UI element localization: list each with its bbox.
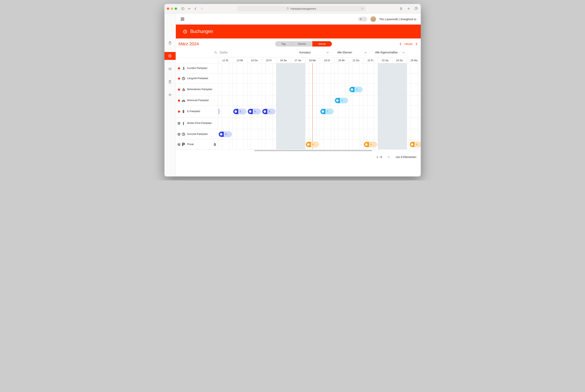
grid-cell[interactable] — [262, 139, 276, 150]
grid-cell[interactable] — [276, 139, 291, 150]
grid-cell[interactable] — [305, 129, 320, 139]
grid-cell[interactable] — [393, 139, 407, 150]
search-field[interactable] — [219, 51, 291, 54]
view-week[interactable]: Woche — [292, 41, 312, 46]
grid-cell[interactable] — [349, 118, 363, 129]
favorite-star-icon[interactable] — [177, 99, 180, 102]
grid-cell[interactable] — [218, 118, 233, 129]
today-button[interactable]: Heute — [405, 42, 412, 46]
grid-cell[interactable] — [407, 74, 421, 84]
grid-cell[interactable] — [393, 106, 407, 118]
grid-cell[interactable] — [276, 74, 291, 84]
grid-cell[interactable] — [393, 96, 407, 106]
grid-cell[interactable] — [378, 106, 393, 118]
grid-cell[interactable] — [320, 118, 334, 129]
booking-pill[interactable] — [218, 109, 220, 114]
grid-cell[interactable] — [407, 106, 421, 118]
grid-cell[interactable] — [262, 74, 276, 84]
grid-cell[interactable] — [363, 84, 378, 96]
grid-cell[interactable] — [291, 118, 305, 129]
booking-pill[interactable]: 09:… — [248, 109, 261, 114]
booking-pill[interactable]: 09:… — [233, 109, 246, 114]
grid-cell[interactable] — [407, 63, 421, 74]
maximize-window-button[interactable] — [175, 8, 177, 10]
grid-cell[interactable] — [262, 118, 276, 129]
grid-cell[interactable] — [233, 139, 247, 150]
grid-cell[interactable] — [262, 84, 276, 96]
grid-cell[interactable] — [378, 74, 393, 84]
grid-cell[interactable] — [363, 96, 378, 106]
location-select[interactable]: Konstanz — [297, 49, 331, 56]
grid-cell[interactable] — [233, 63, 247, 74]
view-day[interactable]: Tag — [275, 41, 292, 46]
grid-cell[interactable] — [349, 74, 363, 84]
grid-cell[interactable] — [276, 118, 291, 129]
grid-cell[interactable]: 09:… — [363, 139, 378, 150]
grid-cell[interactable]: 09:… — [247, 106, 262, 118]
grid-cell[interactable] — [247, 139, 262, 150]
nav-forward-button[interactable] — [199, 6, 204, 11]
grid-cell[interactable] — [247, 84, 262, 96]
grid-cell[interactable] — [393, 118, 407, 129]
grid-cell[interactable] — [262, 96, 276, 106]
grid-cell[interactable] — [218, 96, 233, 106]
grid-cell[interactable] — [393, 63, 407, 74]
grid-cell[interactable] — [291, 84, 305, 96]
booking-pill[interactable]: 09:… — [364, 142, 377, 147]
booking-pill[interactable]: 09:… — [262, 109, 275, 114]
grid-cell[interactable] — [320, 96, 334, 106]
grid-cell[interactable] — [291, 129, 305, 139]
favorite-star-icon[interactable] — [177, 110, 180, 113]
grid-cell[interactable] — [247, 118, 262, 129]
grid-cell[interactable] — [378, 63, 393, 74]
grid-cell[interactable] — [334, 84, 349, 96]
grid-cell[interactable] — [334, 129, 349, 139]
booking-pill[interactable]: 09:… — [219, 132, 232, 137]
grid-cell[interactable] — [276, 96, 291, 106]
prev-period-button[interactable] — [399, 42, 402, 46]
grid-cell[interactable] — [378, 84, 393, 96]
grid-cell[interactable]: 09:… — [334, 96, 349, 106]
favorite-star-icon[interactable] — [177, 88, 180, 91]
close-window-button[interactable] — [167, 8, 169, 10]
booking-pill[interactable]: 09:… — [349, 87, 362, 92]
grid-cell[interactable] — [305, 106, 320, 118]
grid-cell[interactable] — [407, 129, 421, 139]
grid-cell[interactable]: 09:… — [349, 84, 363, 96]
favorite-star-icon[interactable] — [177, 67, 180, 70]
grid-cell[interactable] — [363, 63, 378, 74]
grid-cell[interactable] — [276, 106, 291, 118]
level-select[interactable]: Alle Ebenen — [335, 49, 369, 56]
grid-cell[interactable] — [276, 129, 291, 139]
grid-cell[interactable] — [247, 129, 262, 139]
grid-cell[interactable] — [291, 106, 305, 118]
grid-cell[interactable] — [218, 84, 233, 96]
pager-dropdown-icon[interactable] — [387, 156, 390, 158]
grid-cell[interactable] — [363, 74, 378, 84]
grid-cell[interactable] — [233, 129, 247, 139]
grid-cell[interactable] — [349, 96, 363, 106]
grid-cell[interactable] — [334, 139, 349, 150]
nav-back-button[interactable] — [193, 6, 198, 11]
grid-cell[interactable] — [334, 63, 349, 74]
grid-cell[interactable] — [262, 129, 276, 139]
grid-cell[interactable] — [320, 63, 334, 74]
row-header-mutter[interactable]: Mutter-Kind-Parkplatz — [176, 118, 218, 129]
tab-overview-icon[interactable] — [414, 6, 418, 11]
grid-cell[interactable] — [407, 84, 421, 96]
grid-cell[interactable] — [276, 84, 291, 96]
booking-pill[interactable]: 09:… — [320, 109, 333, 114]
rail-item-reports[interactable] — [164, 78, 176, 86]
grid-cell[interactable] — [320, 84, 334, 96]
grid-cell[interactable] — [378, 96, 393, 106]
booking-pill[interactable]: 09:… — [335, 98, 348, 103]
share-icon[interactable] — [399, 6, 404, 11]
grid-cell[interactable] — [393, 74, 407, 84]
property-select[interactable]: Alle Eigenschaften — [373, 49, 407, 56]
search-input[interactable] — [211, 49, 294, 56]
grid-cell[interactable] — [291, 63, 305, 74]
grid-cell[interactable] — [305, 118, 320, 129]
grid-cell[interactable] — [320, 74, 334, 84]
row-header-langzeit[interactable]: Langzeit-Parkplatz — [176, 74, 218, 84]
grid-cell[interactable] — [233, 118, 247, 129]
